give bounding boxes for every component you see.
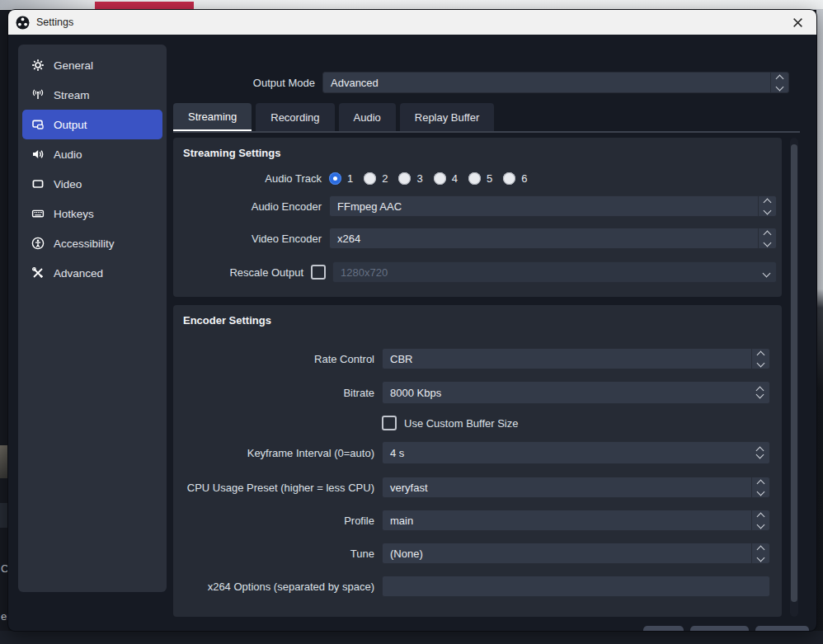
dropdown-spinner[interactable] <box>751 477 769 497</box>
dropdown-spinner[interactable] <box>751 349 769 369</box>
tab-recording[interactable]: Recording <box>256 103 334 131</box>
sidebar-item-audio[interactable]: Audio <box>22 139 162 169</box>
sidebar: General Stream Output Audio <box>18 45 167 592</box>
radio-label: 6 <box>521 172 527 185</box>
x264-options-label: x264 Options (separated by space) <box>181 581 382 593</box>
radio-label: 2 <box>382 172 388 185</box>
radio-icon <box>503 172 515 185</box>
scrollbar-track[interactable] <box>790 138 798 617</box>
audio-encoder-label: Audio Encoder <box>181 200 329 213</box>
audio-track-option-2[interactable]: 2 <box>364 172 388 185</box>
apply-button[interactable]: Apply <box>755 626 809 631</box>
profile-row: Profile main <box>181 510 770 531</box>
tab-audio[interactable]: Audio <box>339 103 396 131</box>
chevron-down-icon <box>764 238 772 247</box>
tab-label: Replay Buffer <box>415 111 480 124</box>
cpu-preset-select[interactable]: veryfast <box>382 477 770 498</box>
radio-label: 3 <box>416 172 422 185</box>
scrollbar-thumb[interactable] <box>791 144 797 602</box>
sidebar-item-accessibility[interactable]: Accessibility <box>22 228 162 258</box>
sidebar-item-advanced[interactable]: Advanced <box>22 258 162 288</box>
speaker-icon <box>31 148 45 162</box>
dropdown-spinner[interactable] <box>758 228 776 248</box>
radio-icon <box>468 172 481 185</box>
sidebar-item-label: Stream <box>54 89 90 101</box>
rate-control-select[interactable]: CBR <box>382 348 770 369</box>
output-mode-row: Output Mode Advanced <box>173 72 789 93</box>
profile-select[interactable]: main <box>382 510 770 531</box>
chevron-down-icon <box>757 520 765 529</box>
tab-streaming[interactable]: Streaming <box>173 103 252 131</box>
audio-track-label: Audio Track <box>181 172 329 185</box>
chevron-down-icon <box>757 359 765 367</box>
dropdown-spinner[interactable] <box>751 543 769 563</box>
background-text-fragment: er <box>1 610 8 623</box>
sidebar-item-general[interactable]: General <box>22 50 162 80</box>
x264-options-row: x264 Options (separated by space) <box>181 576 770 597</box>
chevron-up-icon <box>757 512 765 520</box>
output-mode-select[interactable]: Advanced <box>322 72 789 93</box>
rescale-output-checkbox[interactable] <box>311 265 326 280</box>
sidebar-item-label: Audio <box>54 148 82 161</box>
bitrate-spinbox[interactable]: 8000 Kbps <box>382 381 770 404</box>
keyframe-interval-spinbox[interactable]: 4 s <box>382 441 770 464</box>
audio-track-option-1[interactable]: 1 <box>329 172 353 185</box>
audio-track-option-4[interactable]: 4 <box>434 172 458 185</box>
chevron-up-icon <box>764 230 772 238</box>
tune-select[interactable]: (None) <box>382 543 770 564</box>
chevron-up-icon <box>757 479 765 487</box>
tab-replay-buffer[interactable]: Replay Buffer <box>400 103 495 131</box>
audio-track-option-3[interactable]: 3 <box>398 172 422 185</box>
desktop-bottom-strip <box>0 631 823 644</box>
antenna-icon <box>31 88 45 102</box>
dropdown-spinner[interactable] <box>770 73 788 92</box>
tools-icon <box>31 266 45 280</box>
rescale-resolution-select[interactable]: 1280x720 <box>332 261 777 283</box>
monitor-icon <box>31 177 45 191</box>
audio-track-radio-group: 1 2 3 4 5 6 <box>329 172 527 185</box>
tune-row: Tune (None) <box>181 543 770 564</box>
sidebar-item-label: Output <box>54 119 87 131</box>
dropdown-spinner[interactable] <box>751 510 769 530</box>
tab-label: Audio <box>354 111 381 124</box>
custom-buffer-row: Use Custom Buffer Size <box>181 416 770 430</box>
output-mode-value: Advanced <box>323 77 770 89</box>
sidebar-item-stream[interactable]: Stream <box>22 80 162 110</box>
sidebar-item-hotkeys[interactable]: Hotkeys <box>22 199 162 228</box>
rate-control-value: CBR <box>383 353 751 365</box>
audio-track-option-5[interactable]: 5 <box>468 172 492 185</box>
sidebar-item-output[interactable]: Output <box>22 110 162 139</box>
keyframe-interval-value: 4 s <box>383 447 769 459</box>
background-patch <box>0 445 8 478</box>
radio-icon <box>434 172 446 185</box>
radio-label: 5 <box>487 172 492 185</box>
sidebar-item-label: Advanced <box>54 267 103 280</box>
sidebar-item-video[interactable]: Video <box>22 169 162 199</box>
keyboard-icon <box>31 207 45 221</box>
audio-encoder-select[interactable]: FFmpeg AAC <box>329 195 777 217</box>
x264-options-input[interactable] <box>382 576 770 597</box>
audio-track-option-6[interactable]: 6 <box>503 172 527 185</box>
sidebar-item-label: General <box>54 59 93 72</box>
bitrate-row: Bitrate 8000 Kbps <box>181 381 770 404</box>
close-button[interactable] <box>786 12 809 33</box>
video-encoder-value: x264 <box>330 233 758 245</box>
background-text-fragment: Ca <box>1 562 8 575</box>
audio-track-row: Audio Track 1 2 3 4 5 6 <box>181 172 774 185</box>
video-encoder-select[interactable]: x264 <box>329 228 777 249</box>
encoder-settings-group: Encoder Settings Rate Control CBR Bitrat… <box>173 305 782 617</box>
radio-icon <box>398 172 411 185</box>
desktop-left-strip: Ca er <box>0 10 8 631</box>
ok-button[interactable]: OK <box>643 626 684 631</box>
cancel-button[interactable]: Cancel <box>690 626 749 631</box>
window-title: Settings <box>36 16 73 28</box>
profile-label: Profile <box>181 515 382 527</box>
background-red-bar <box>95 2 194 9</box>
obs-logo-icon <box>16 16 30 30</box>
output-tabs: Streaming Recording Audio Replay Buffer <box>173 103 800 133</box>
radio-selected-icon <box>329 172 341 185</box>
dropdown-spinner[interactable] <box>758 196 776 216</box>
custom-buffer-checkbox[interactable] <box>382 416 397 430</box>
custom-buffer-label: Use Custom Buffer Size <box>404 417 518 430</box>
titlebar[interactable]: Settings <box>8 10 816 35</box>
